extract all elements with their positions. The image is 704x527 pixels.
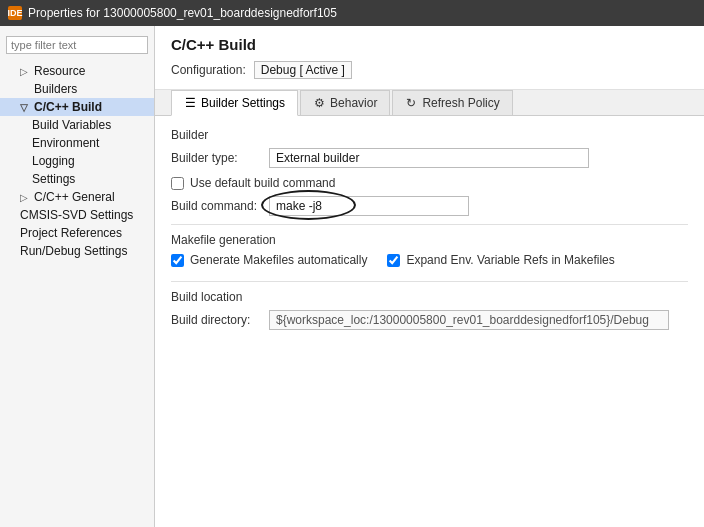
- sidebar-item-cpp-build[interactable]: ▽ C/C++ Build: [0, 98, 154, 116]
- content-area: C/C++ Build Configuration: Debug [ Activ…: [155, 26, 704, 527]
- sidebar-item-label: Build Variables: [32, 118, 111, 132]
- builder-type-row: Builder type:: [171, 148, 688, 168]
- sidebar-item-label: Run/Debug Settings: [20, 244, 127, 258]
- config-row: Configuration: Debug [ Active ]: [171, 61, 688, 79]
- title-bar: IDE Properties for 13000005800_rev01_boa…: [0, 0, 704, 26]
- expand-icon: ▷: [20, 66, 30, 77]
- generate-makefiles-checkbox[interactable]: [171, 254, 184, 267]
- builder-section-label: Builder: [171, 128, 688, 142]
- sidebar-item-run-debug[interactable]: Run/Debug Settings: [0, 242, 154, 260]
- tab-refresh-policy[interactable]: ↻ Refresh Policy: [392, 90, 512, 115]
- sidebar-item-label: C/C++ General: [34, 190, 115, 204]
- main-layout: ▷ Resource Builders ▽ C/C++ Build Build …: [0, 26, 704, 527]
- sidebar-item-label: C/C++ Build: [34, 100, 102, 114]
- expand-icon: ▷: [20, 192, 30, 203]
- use-default-row: Use default build command: [171, 176, 688, 190]
- makefile-checkboxes-row: Generate Makefiles automatically Expand …: [171, 253, 688, 273]
- expand-vars-row: Expand Env. Variable Refs in Makefiles: [387, 253, 614, 267]
- tab-label: Behavior: [330, 96, 377, 110]
- content-header: C/C++ Build Configuration: Debug [ Activ…: [155, 26, 704, 90]
- build-command-row: Build command:: [171, 196, 688, 216]
- sidebar-item-project-references[interactable]: Project References: [0, 224, 154, 242]
- page-title: C/C++ Build: [171, 36, 688, 53]
- sidebar-item-label: Settings: [32, 172, 75, 186]
- tab-label: Refresh Policy: [422, 96, 499, 110]
- sidebar-item-cmsis-svd[interactable]: CMSIS-SVD Settings: [0, 206, 154, 224]
- generate-makefiles-row: Generate Makefiles automatically: [171, 253, 367, 267]
- build-directory-label: Build directory:: [171, 313, 261, 327]
- refresh-icon: ↻: [405, 97, 417, 109]
- window-title: Properties for 13000005800_rev01_boardde…: [28, 6, 337, 20]
- tab-builder-settings[interactable]: ☰ Builder Settings: [171, 90, 298, 116]
- build-command-input[interactable]: [269, 196, 469, 216]
- sidebar-item-settings[interactable]: Settings: [0, 170, 154, 188]
- use-default-checkbox[interactable]: [171, 177, 184, 190]
- sidebar-item-build-variables[interactable]: Build Variables: [0, 116, 154, 134]
- sidebar-item-cpp-general[interactable]: ▷ C/C++ General: [0, 188, 154, 206]
- divider1: [171, 224, 688, 225]
- build-directory-input[interactable]: [269, 310, 669, 330]
- sidebar-item-label: Logging: [32, 154, 75, 168]
- build-command-label: Build command:: [171, 199, 261, 213]
- makefile-section-label: Makefile generation: [171, 233, 688, 247]
- divider2: [171, 281, 688, 282]
- build-location-label: Build location: [171, 290, 688, 304]
- gear-icon: ⚙: [313, 97, 325, 109]
- tab-label: Builder Settings: [201, 96, 285, 110]
- use-default-label: Use default build command: [190, 176, 335, 190]
- ide-icon: IDE: [8, 6, 22, 20]
- sidebar-item-resource[interactable]: ▷ Resource: [0, 62, 154, 80]
- sidebar-item-builders[interactable]: Builders: [0, 80, 154, 98]
- generate-makefiles-label: Generate Makefiles automatically: [190, 253, 367, 267]
- sidebar: ▷ Resource Builders ▽ C/C++ Build Build …: [0, 26, 155, 527]
- sidebar-item-label: Resource: [34, 64, 85, 78]
- sidebar-item-label: Environment: [32, 136, 99, 150]
- builder-type-label: Builder type:: [171, 151, 261, 165]
- config-value: Debug [ Active ]: [254, 61, 352, 79]
- page-icon: ☰: [184, 97, 196, 109]
- filter-input[interactable]: [6, 36, 148, 54]
- expand-icon: ▽: [20, 102, 30, 113]
- config-label: Configuration:: [171, 63, 246, 77]
- sidebar-item-environment[interactable]: Environment: [0, 134, 154, 152]
- tabs-row: ☰ Builder Settings ⚙ Behavior ↻ Refresh …: [155, 90, 704, 116]
- builder-type-input[interactable]: [269, 148, 589, 168]
- expand-vars-label: Expand Env. Variable Refs in Makefiles: [406, 253, 614, 267]
- expand-vars-checkbox[interactable]: [387, 254, 400, 267]
- content-body: Builder Builder type: Use default build …: [155, 116, 704, 527]
- build-command-container: [269, 196, 469, 216]
- sidebar-item-label: CMSIS-SVD Settings: [20, 208, 133, 222]
- sidebar-item-label: Project References: [20, 226, 122, 240]
- sidebar-item-label: Builders: [34, 82, 77, 96]
- build-directory-row: Build directory:: [171, 310, 688, 330]
- filter-container: [6, 36, 148, 54]
- tab-behavior[interactable]: ⚙ Behavior: [300, 90, 390, 115]
- sidebar-item-logging[interactable]: Logging: [0, 152, 154, 170]
